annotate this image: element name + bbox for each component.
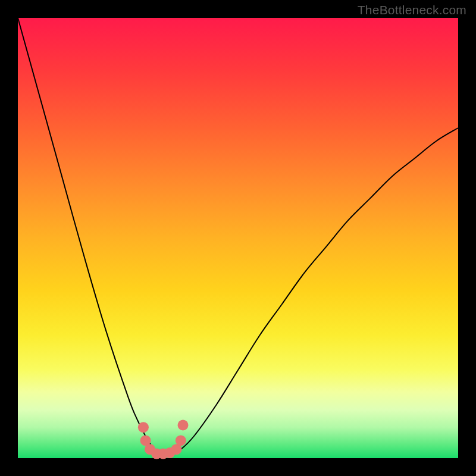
curve-marker (178, 420, 189, 431)
chart-frame: TheBottleneck.com (0, 0, 476, 476)
curve-markers (138, 420, 189, 459)
curve-marker (138, 422, 149, 433)
curve-marker (176, 435, 186, 446)
bottleneck-curve (18, 18, 458, 455)
bottleneck-curve-path (18, 18, 458, 455)
watermark-text: TheBottleneck.com (358, 3, 466, 17)
chart-plot-area (18, 18, 458, 458)
